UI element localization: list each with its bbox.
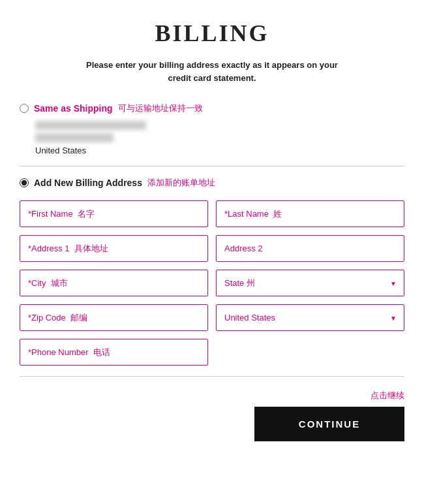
- add-billing-text-main: Add New Billing Address: [34, 178, 142, 188]
- add-billing-radio[interactable]: [20, 178, 29, 187]
- address-blur-line1: [35, 121, 146, 130]
- same-as-shipping-label[interactable]: Same as Shipping 可与运输地址保持一致: [20, 102, 404, 114]
- state-select[interactable]: State 州 Alabama Alaska Arizona Californi…: [216, 270, 404, 296]
- continue-hint: 点击继续: [20, 390, 404, 402]
- form-row-name: [20, 200, 404, 227]
- form-row-address: [20, 235, 404, 262]
- address-blur-line2: [35, 133, 114, 142]
- same-as-shipping-section: Same as Shipping 可与运输地址保持一致 United State…: [20, 102, 404, 155]
- same-as-shipping-sub: 可与运输地址保持一致: [118, 102, 203, 114]
- form-row-city-state: State 州 Alabama Alaska Arizona Californi…: [20, 270, 404, 296]
- continue-button[interactable]: CONTINUE: [254, 407, 404, 441]
- state-select-wrapper: State 州 Alabama Alaska Arizona Californi…: [216, 270, 404, 296]
- add-billing-label[interactable]: Add New Billing Address 添加新的账单地址: [20, 177, 404, 189]
- form-row-phone: [20, 339, 404, 366]
- page-subtitle: Please enter your billing address exactl…: [20, 59, 404, 84]
- page-title: BILLING: [20, 20, 404, 47]
- country-select-wrapper: United States Canada United Kingdom Aust…: [216, 304, 404, 331]
- section-divider: [20, 166, 404, 166]
- page-container: BILLING Please enter your billing addres…: [0, 0, 424, 454]
- empty-cell: [216, 339, 404, 366]
- phone-input[interactable]: [20, 339, 208, 366]
- city-input[interactable]: [20, 270, 208, 296]
- first-name-input[interactable]: [20, 200, 208, 227]
- same-as-shipping-radio[interactable]: [20, 104, 29, 113]
- bottom-section: 点击继续 CONTINUE: [20, 390, 404, 441]
- bottom-divider: [20, 376, 404, 377]
- add-billing-text-sub: 添加新的账单地址: [147, 177, 215, 189]
- form-row-zip-country: United States Canada United Kingdom Aust…: [20, 304, 404, 331]
- same-as-shipping-text: Same as Shipping: [34, 103, 113, 114]
- address-preview: United States: [35, 121, 404, 155]
- add-billing-section: Add New Billing Address 添加新的账单地址 State 州…: [20, 177, 404, 366]
- address2-input[interactable]: [216, 235, 404, 262]
- address-country: United States: [35, 146, 404, 155]
- country-select[interactable]: United States Canada United Kingdom Aust…: [216, 304, 404, 331]
- last-name-input[interactable]: [216, 200, 404, 227]
- zip-input[interactable]: [20, 304, 208, 331]
- address1-input[interactable]: [20, 235, 208, 262]
